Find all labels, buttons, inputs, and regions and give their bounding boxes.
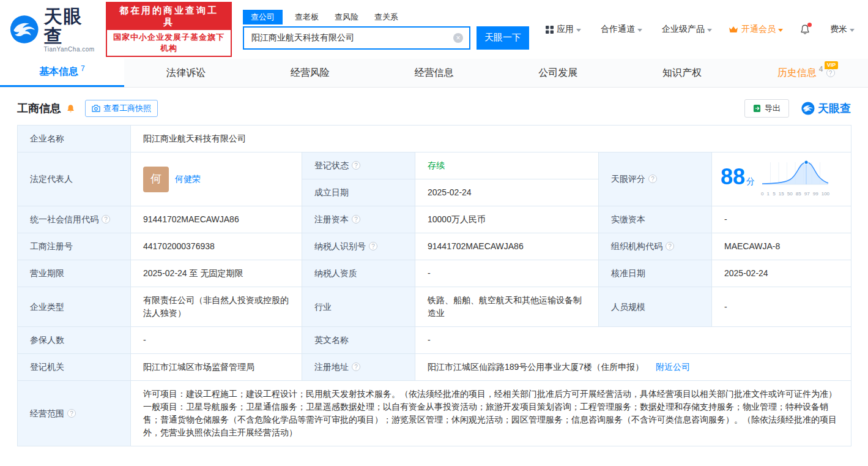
search-tab-risk[interactable]: 查风险 <box>335 10 358 24</box>
score-widget[interactable]: 88分 <box>721 159 842 200</box>
value-registration-number: 441702000376938 <box>131 233 302 260</box>
search-tab-company[interactable]: 查公司 <box>243 10 283 24</box>
value-registration-status: 存续 <box>415 152 599 179</box>
tianyancha-watermark-icon <box>801 102 815 115</box>
help-icon[interactable]: ? <box>67 409 76 418</box>
nav-apps-label: 应用 <box>557 24 574 35</box>
legal-rep-avatar[interactable]: 何 <box>143 167 169 192</box>
label-establish-date: 成立日期 <box>302 179 415 206</box>
nav-cooperation[interactable]: 合作通道 <box>598 24 642 35</box>
tab-history-info[interactable]: VIP 历史信息 4 ? <box>744 59 868 87</box>
row-insured-count: 参保人数 - 英文名称 - <box>18 327 851 354</box>
monitor-bell-icon[interactable] <box>66 104 75 113</box>
value-industry: 铁路、船舶、航空航天和其他运输设备制造业 <box>415 287 599 327</box>
tab-basic-count: 7 <box>81 64 85 73</box>
search-button[interactable]: 天眼一下 <box>477 26 529 50</box>
value-tianyan-score: 88分 <box>712 152 851 206</box>
value-establish-date: 2025-02-24 <box>415 179 599 206</box>
tianyancha-logo[interactable]: 天眼查 TianYanCha.com <box>10 7 97 53</box>
tab-ip-label: 知识产权 <box>662 67 702 80</box>
nearby-companies-link[interactable]: 附近公司 <box>656 362 690 372</box>
label-business-term: 营业期限 <box>18 260 131 287</box>
search-tabs: 查公司 查老板 查风险 查关系 <box>243 10 529 24</box>
help-icon[interactable]: ? <box>352 215 360 224</box>
value-staff-size: - <box>712 287 851 327</box>
help-icon[interactable]: ? <box>102 215 110 224</box>
tab-legal-proceedings[interactable]: 法律诉讼 <box>124 59 248 87</box>
label-business-scope: 经营范围? <box>18 381 131 446</box>
score-distribution-chart: 0 1 5 15 50 85 97 99 100 <box>761 159 829 200</box>
nav-open-vip[interactable]: 开通会员 <box>729 24 783 35</box>
logo-text: 天眼查 TianYanCha.com <box>43 7 97 53</box>
snapshot-button[interactable]: 查看工商快照 <box>85 100 158 117</box>
tab-operating-info[interactable]: 经营信息 <box>372 59 496 87</box>
tianyancha-watermark: 天眼查 <box>801 101 851 116</box>
tab-basic-info[interactable]: 基本信息 7 <box>0 59 124 87</box>
clear-search-icon[interactable]: × <box>453 33 463 43</box>
tab-operation-label: 经营信息 <box>415 67 454 80</box>
score-unit: 分 <box>746 176 755 186</box>
label-insured-count: 参保人数 <box>18 327 131 354</box>
row-business-scope: 经营范围? 许可项目：建设工程施工；建设工程设计；民用航天发射技术服务。（依法须… <box>18 381 851 446</box>
nav-apps[interactable]: 应用 <box>546 24 581 35</box>
apps-grid-icon <box>546 26 554 34</box>
search-area: 查公司 查老板 查风险 查关系 × 天眼一下 <box>243 10 529 50</box>
caret-down-icon <box>850 29 855 32</box>
tab-intellectual-property[interactable]: 知识产权 <box>620 59 744 87</box>
export-button[interactable]: 导出 <box>744 99 789 118</box>
vip-badge: VIP <box>825 61 839 69</box>
value-insured-count: - <box>131 327 302 354</box>
value-org-code: MAECAWJA-8 <box>712 233 851 260</box>
snapshot-button-label: 查看工商快照 <box>103 103 151 114</box>
value-paid-capital: - <box>712 206 851 233</box>
notification-dot <box>807 23 812 27</box>
help-icon[interactable]: ? <box>352 363 360 371</box>
label-registered-capital: 注册资本? <box>302 206 415 233</box>
search-tab-relation[interactable]: 查关系 <box>374 10 398 24</box>
label-taxpayer-quality: 纳税人资质 <box>302 260 415 287</box>
tab-history-count: 4 <box>819 65 823 73</box>
nav-enterprise-products[interactable]: 企业级产品 <box>659 24 712 35</box>
score-axis-ticks: 0 1 5 15 50 85 97 99 100 <box>761 187 829 200</box>
label-registration-status: 登记状态? <box>302 152 415 179</box>
slogan-line2: 国家中小企业发展子基金旗下机构 <box>107 30 231 56</box>
label-paid-capital: 实缴资本 <box>599 206 712 233</box>
label-registration-authority: 登记机关 <box>18 354 131 381</box>
section-header-left: 工商信息 查看工商快照 <box>17 100 158 117</box>
legal-rep: 何 何健荣 <box>143 167 289 192</box>
status-badge: 存续 <box>428 160 445 170</box>
logo-title: 天眼查 <box>43 7 97 46</box>
value-business-term: 2025-02-24 至 无固定期限 <box>131 260 302 287</box>
help-icon[interactable]: ? <box>666 242 674 250</box>
value-registered-capital: 10000万人民币 <box>415 206 599 233</box>
business-info-table: 企业名称 阳江商业航天科技有限公司 法定代表人 何 何健荣 登记状态? 存续 天… <box>17 125 851 446</box>
legal-rep-link[interactable]: 何健荣 <box>175 173 201 186</box>
value-business-scope: 许可项目：建设工程施工；建设工程设计；民用航天发射技术服务。（依法须经批准的项目… <box>131 381 851 446</box>
help-icon[interactable]: ? <box>826 69 835 77</box>
tab-risk-label: 经营风险 <box>291 67 330 80</box>
section-header: 工商信息 查看工商快照 导出 <box>17 99 851 118</box>
label-staff-size: 人员规模 <box>599 287 712 327</box>
row-company-name: 企业名称 阳江商业航天科技有限公司 <box>18 126 851 152</box>
caret-down-icon <box>778 29 783 32</box>
page-tabs: 基本信息 7 法律诉讼 经营风险 经营信息 公司发展 知识产权 VIP 历史信息… <box>0 59 868 88</box>
tab-development-label: 公司发展 <box>538 67 577 80</box>
value-approval-date: 2025-02-24 <box>712 260 851 287</box>
value-english-name: - <box>415 327 851 354</box>
help-icon[interactable]: ? <box>369 242 377 250</box>
search-tab-boss[interactable]: 查老板 <box>295 10 319 24</box>
notification-bell[interactable] <box>799 24 811 35</box>
value-credit-code: 91441702MAECAWJA86 <box>131 206 302 233</box>
value-registered-address: 阳江市江城区仙踪路189号公用事业大厦7楼（住所申报） 附近公司 <box>415 354 851 381</box>
tab-operating-risk[interactable]: 经营风险 <box>248 59 372 87</box>
help-icon[interactable]: ? <box>648 175 657 183</box>
top-nav: 应用 合作通道 企业级产品 开通会员 费米 <box>529 24 858 35</box>
label-industry: 行业 <box>302 287 415 327</box>
help-icon[interactable]: ? <box>352 161 360 170</box>
export-sheet-icon <box>753 104 761 113</box>
tab-company-development[interactable]: 公司发展 <box>496 59 620 87</box>
row-company-type: 企业类型 有限责任公司（非自然人投资或控股的法人独资） 行业 铁路、船舶、航空航… <box>18 287 851 327</box>
label-legal-representative: 法定代表人 <box>18 152 131 206</box>
search-input[interactable] <box>244 33 453 43</box>
nav-user-menu[interactable]: 费米 <box>827 24 855 35</box>
